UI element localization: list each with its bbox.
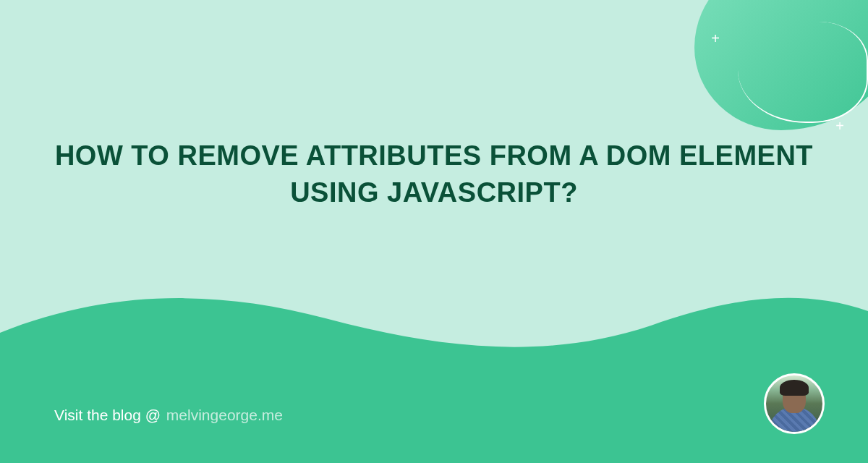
author-avatar <box>764 373 825 434</box>
avatar-hair <box>780 380 809 396</box>
footer-text: Visit the blog @ melvingeorge.me <box>54 407 283 424</box>
footer-domain: melvingeorge.me <box>166 407 283 423</box>
plus-icon: + <box>711 30 720 47</box>
page-title: HOW TO REMOVE ATTRIBUTES FROM A DOM ELEM… <box>43 137 825 212</box>
wave-decoration <box>0 246 868 463</box>
plus-icon: + <box>835 118 844 135</box>
footer-prefix: Visit the blog @ <box>54 407 161 423</box>
